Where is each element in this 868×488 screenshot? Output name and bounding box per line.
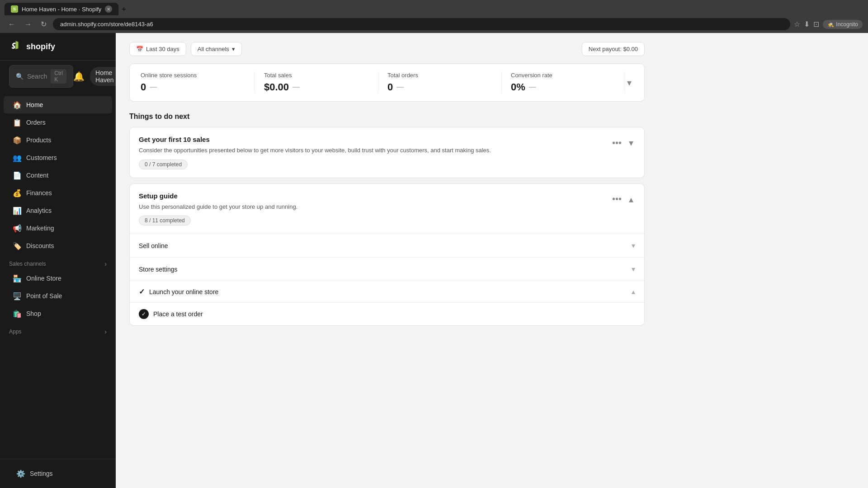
sidebar-item-label: Shop (26, 310, 41, 317)
address-bar[interactable] (53, 18, 790, 30)
first-sales-desc: Consider the opportunities presented bel… (139, 146, 605, 155)
setup-guide-toggle-button[interactable]: ▴ (627, 192, 635, 206)
main-content: 📅 Last 30 days All channels ▾ Next payou… (116, 33, 868, 488)
orders-icon: 📋 (13, 118, 22, 127)
stat-dash: — (529, 83, 536, 91)
browser-tab-bar: S Home Haven - Home · Shopify ✕ ＋ (0, 0, 868, 15)
sidebar-item-point-of-sale[interactable]: 🖥️ Point of Sale (4, 287, 112, 305)
launch-chevron-icon: ▴ (632, 287, 635, 296)
sidebar-item-label: Home (26, 101, 43, 108)
first-sales-content: Get your first 10 sales Consider the opp… (139, 136, 605, 169)
sidebar-item-label: Online Store (26, 275, 61, 282)
sidebar-item-products[interactable]: 📦 Products (4, 131, 112, 149)
store-settings-row[interactable]: Store settings ▾ (130, 257, 644, 281)
incognito-badge: 🕵 Incognito (823, 20, 863, 29)
stat-total-orders: Total orders 0 — (378, 72, 502, 93)
sell-online-row[interactable]: Sell online ▾ (130, 234, 644, 257)
sidebar-item-finances[interactable]: 💰 Finances (4, 184, 112, 202)
stat-value: 0 — (141, 81, 245, 93)
sales-channels-section: Sales channels › (0, 255, 116, 269)
content-icon: 📄 (13, 171, 22, 180)
setup-guide-more-button[interactable]: ••• (610, 192, 623, 206)
search-shortcut: Ctrl K (51, 69, 66, 84)
notifications-button[interactable]: 🔔 (73, 71, 85, 82)
sidebar-item-label: Customers (26, 154, 57, 161)
stat-dash: — (292, 83, 300, 91)
stat-dash: — (150, 83, 157, 91)
browser-tab-active[interactable]: S Home Haven - Home · Shopify ✕ (5, 3, 118, 15)
date-filter-button[interactable]: 📅 Last 30 days (129, 42, 186, 56)
test-order-row: ✓ Place a test order (130, 302, 644, 325)
refresh-button[interactable]: ↻ (38, 18, 49, 30)
tab-favicon: S (11, 5, 18, 13)
stat-online-sessions: Online store sessions 0 — (141, 72, 255, 93)
tab-close-button[interactable]: ✕ (105, 5, 112, 13)
sidebar-item-home[interactable]: 🏠 Home (4, 96, 112, 113)
first-sales-more-button[interactable]: ••• (610, 136, 623, 150)
first-sales-toggle-button[interactable]: ▾ (627, 136, 635, 150)
sales-channels-expand-icon[interactable]: › (104, 260, 107, 267)
first-sales-badge: 0 / 7 completed (139, 160, 188, 169)
back-button[interactable]: ← (5, 19, 18, 30)
shop-icon: 🛍️ (13, 309, 22, 318)
sidebar-item-online-store[interactable]: 🏪 Online Store (4, 270, 112, 287)
products-icon: 📦 (13, 136, 22, 145)
browser-nav-icons: ☆ ⬇ ⊡ (794, 20, 819, 28)
browser-nav-bar: ← → ↻ ☆ ⬇ ⊡ 🕵 Incognito (0, 15, 868, 33)
test-order-label: Place a test order (153, 310, 203, 318)
first-sales-title: Get your first 10 sales (139, 136, 605, 143)
search-bar[interactable]: 🔍 Search Ctrl K (9, 65, 73, 88)
channel-filter-button[interactable]: All channels ▾ (191, 42, 242, 56)
forward-button[interactable]: → (22, 19, 34, 30)
discounts-icon: 🏷️ (13, 241, 22, 250)
setup-guide-desc: Use this personalized guide to get your … (139, 202, 605, 211)
launch-check-icon: ✓ (139, 287, 145, 296)
bookmark-icon[interactable]: ☆ (794, 20, 800, 28)
shopify-wordmark: shopify (26, 42, 55, 52)
sidebar-item-label: Settings (30, 470, 53, 477)
sidebar-item-orders[interactable]: 📋 Orders (4, 114, 112, 131)
sidebar-item-label: Discounts (26, 242, 54, 249)
sell-online-title: Sell online (139, 242, 168, 249)
settings-section: ⚙️ Settings (0, 459, 116, 488)
sidebar-item-analytics[interactable]: 📊 Analytics (4, 202, 112, 219)
download-icon[interactable]: ⬇ (804, 20, 810, 28)
sidebar-logo: shopify (0, 33, 116, 61)
settings-icon[interactable]: ⊡ (813, 20, 819, 28)
setup-guide-title: Setup guide (139, 192, 605, 200)
setup-guide-actions: ••• ▴ (610, 192, 635, 206)
sidebar-item-label: Analytics (26, 207, 52, 214)
launch-store-row[interactable]: ✓ Launch your online store ▴ (130, 281, 644, 302)
payout-button[interactable]: Next payout: $0.00 (582, 42, 645, 56)
home-icon: 🏠 (13, 100, 22, 109)
user-menu[interactable]: Home Haven HH (90, 67, 116, 86)
stat-value: $0.00 — (264, 81, 369, 93)
sidebar-item-settings[interactable]: ⚙️ Settings (7, 465, 108, 482)
new-tab-button[interactable]: ＋ (120, 5, 127, 14)
sidebar-item-marketing[interactable]: 📢 Marketing (4, 220, 112, 237)
sidebar: shopify 🔍 Search Ctrl K 🔔 Home Haven HH … (0, 33, 116, 488)
finances-icon: 💰 (13, 188, 22, 197)
stats-card: Online store sessions 0 — Total sales $0… (129, 63, 645, 102)
apps-expand-icon[interactable]: › (104, 328, 107, 335)
calendar-icon: 📅 (136, 46, 143, 52)
stats-collapse-button[interactable]: ▾ (625, 72, 633, 93)
sidebar-item-discounts[interactable]: 🏷️ Discounts (4, 237, 112, 254)
settings-gear-icon: ⚙️ (16, 469, 25, 478)
sidebar-item-shop[interactable]: 🛍️ Shop (4, 305, 112, 322)
stat-value: 0 — (387, 81, 492, 93)
sidebar-item-label: Marketing (26, 225, 54, 232)
setup-guide-card: Setup guide Use this personalized guide … (129, 183, 645, 326)
first-sales-card: Get your first 10 sales Consider the opp… (129, 127, 645, 178)
shopify-logo-icon (9, 40, 22, 53)
stat-label: Conversion rate (511, 72, 616, 79)
stat-label: Total sales (264, 72, 369, 79)
things-to-do-title: Things to do next (129, 113, 645, 121)
sidebar-item-label: Orders (26, 119, 46, 126)
sidebar-item-customers[interactable]: 👥 Customers (4, 149, 112, 166)
online-store-icon: 🏪 (13, 274, 22, 283)
point-of-sale-icon: 🖥️ (13, 291, 22, 300)
sidebar-item-label: Products (26, 136, 51, 144)
stat-dash: — (396, 83, 404, 91)
sidebar-item-content[interactable]: 📄 Content (4, 167, 112, 184)
